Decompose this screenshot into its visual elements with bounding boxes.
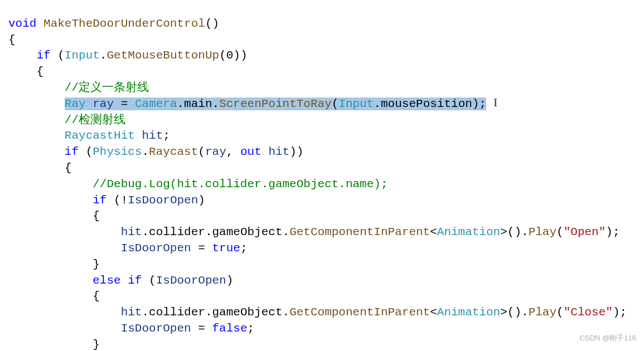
code-line: { xyxy=(8,290,100,303)
code-line: if (Input.GetMouseButtonUp(0)) xyxy=(8,49,248,62)
code-line: } xyxy=(8,258,100,271)
watermark: CSDN @刚子116 xyxy=(580,330,636,347)
code-line: IsDoorOpen = false; xyxy=(8,322,254,335)
code-line: RaycastHit hit; xyxy=(8,129,170,142)
code-line: hit.collider.gameObject.GetComponentInPa… xyxy=(8,306,627,319)
code-line: { xyxy=(8,65,43,78)
code-line: void MakeTheDoorUnderControl() xyxy=(8,17,219,30)
code-line: //定义一条射线 xyxy=(8,81,149,94)
code-line: } xyxy=(8,338,100,351)
code-line: if (Physics.Raycast(ray, out hit)) xyxy=(8,145,303,158)
code-line: else if (IsDoorOpen) xyxy=(8,274,233,287)
code-line: hit.collider.gameObject.GetComponentInPa… xyxy=(8,226,620,238)
code-editor[interactable]: void MakeTheDoorUnderControl() { if (Inp… xyxy=(0,0,644,351)
code-line: //Debug.Log(hit.collider.gameObject.name… xyxy=(8,178,388,191)
text-cursor-icon: I xyxy=(493,95,497,111)
code-line: { xyxy=(8,209,100,222)
code-line: { xyxy=(8,33,16,46)
code-line: { xyxy=(8,162,71,174)
code-line: IsDoorOpen = true; xyxy=(8,242,248,255)
code-line: if (!IsDoorOpen) xyxy=(8,194,205,207)
code-line: //检测射线 xyxy=(8,114,125,126)
code-line-highlighted: Ray ray = Camera.main.ScreenPointToRay(I… xyxy=(8,98,486,110)
